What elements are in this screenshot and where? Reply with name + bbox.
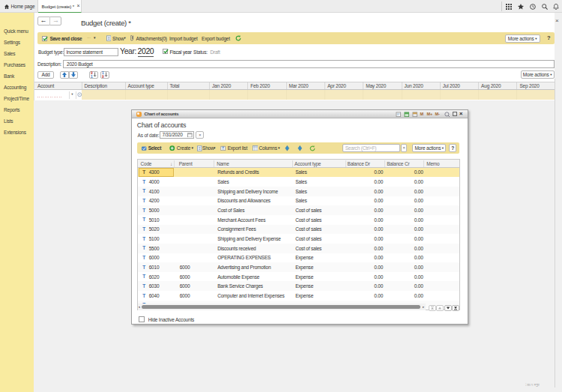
svg-text:1: 1 xyxy=(91,75,93,78)
svg-text:9: 9 xyxy=(102,75,104,78)
